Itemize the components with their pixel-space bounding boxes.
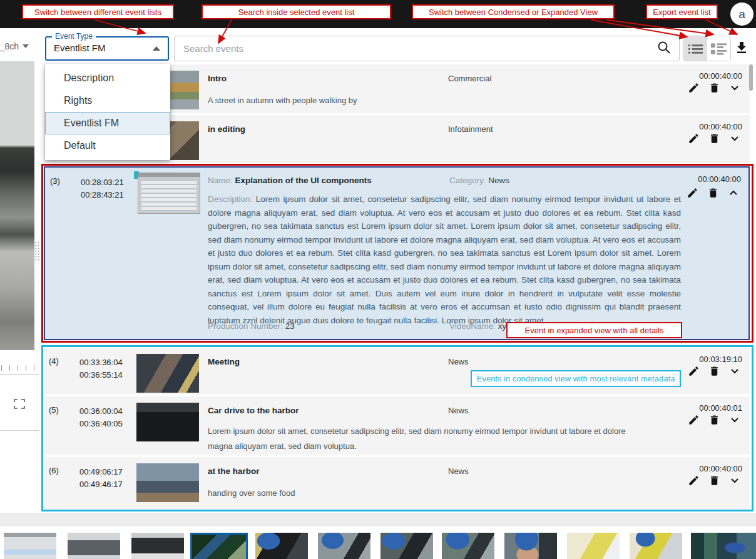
chevron-down-icon	[732, 479, 738, 482]
pencil-icon	[689, 415, 698, 424]
expand-button[interactable]	[728, 365, 741, 377]
edit-button[interactable]	[686, 186, 698, 199]
filmstrip-thumb-face-cap[interactable]	[504, 533, 557, 559]
expand-button[interactable]	[728, 474, 741, 486]
edit-button[interactable]	[687, 413, 700, 426]
expanded-view-button[interactable]	[707, 36, 730, 61]
event-row-car-drive[interactable]: (5) 00:36:00:04 00:36:40:05 Car drive to…	[44, 396, 750, 455]
event-category: Commercial	[448, 74, 491, 83]
view-toggle-group	[683, 36, 731, 61]
collapse-button[interactable]	[727, 186, 740, 199]
menu-item-description[interactable]: Description	[45, 67, 170, 89]
delete-button[interactable]	[708, 365, 720, 377]
video-name-label: VideoName:	[449, 321, 496, 331]
filmstrip-thumb-ui-skyline[interactable]	[68, 533, 120, 559]
trash-icon	[710, 83, 717, 92]
export-download-button[interactable]	[733, 39, 750, 58]
menu-item-default[interactable]: Default	[45, 134, 170, 157]
event-description: A street in autumn with people walking b…	[208, 96, 646, 105]
fullscreen-icon[interactable]	[14, 399, 25, 411]
filmstrip-thumb-cap-dark[interactable]	[255, 533, 308, 559]
event-name: Meeting	[208, 357, 240, 366]
timecode-out: 00:49:46:17	[79, 478, 141, 491]
event-description: Lorem ipsum dolor sit amet, consetetur s…	[208, 424, 640, 454]
filmstrip-thumb-blur-yellow-cap[interactable]	[630, 533, 682, 559]
edit-button[interactable]	[687, 132, 700, 144]
timecode-in: 00:28:03:21	[81, 176, 142, 189]
menu-item-eventlist-fm[interactable]: Eventlist FM	[45, 112, 170, 134]
filmstrip-thumb-cap-green[interactable]	[442, 533, 494, 559]
filmstrip-thumb-ui-window[interactable]	[4, 533, 56, 559]
menu-item-rights[interactable]: Rights	[45, 89, 170, 112]
condensed-view-button[interactable]	[684, 36, 707, 61]
event-thumbnail	[138, 173, 200, 214]
event-name: Car drive to the harbor	[208, 406, 299, 415]
event-index: (3)	[50, 176, 60, 186]
event-row-expanded-selected[interactable]: (3) 00:28:03:21 00:28:43:21 Name: Explan…	[44, 166, 750, 340]
event-name: Intro	[208, 74, 227, 83]
panel-drag-handle[interactable]	[34, 241, 40, 261]
timecode-in: 00:33:36:04	[79, 356, 141, 369]
expand-button[interactable]	[728, 413, 741, 426]
event-row-meeting[interactable]: (4) 00:33:36:04 00:36:55:14 Meeting News…	[44, 348, 750, 394]
timecode-out: 00:36:55:14	[79, 369, 141, 381]
filmstrip-thumb-factory-selected[interactable]	[190, 533, 248, 559]
trash-icon	[710, 476, 717, 485]
bottom-separator-band	[0, 513, 756, 526]
detail-view-icon	[711, 43, 727, 55]
filmstrip-thumb-ui-video[interactable]	[131, 533, 184, 559]
event-thumbnail	[136, 403, 199, 441]
event-index: (5)	[49, 405, 59, 415]
chevron-up-icon	[730, 191, 737, 194]
event-duration: 00:00:40:00	[698, 174, 741, 184]
event-name: in editing	[208, 124, 245, 134]
trash-icon	[710, 415, 717, 424]
filmstrip-thumb-blur-yellow[interactable]	[567, 533, 620, 559]
trash-icon	[709, 188, 716, 197]
pencil-icon	[689, 476, 698, 485]
event-timecodes: 00:36:00:04 00:36:40:05	[79, 405, 141, 430]
event-thumbnail	[136, 354, 199, 393]
scrollbar-thumb[interactable]	[749, 64, 753, 91]
pencil-icon	[689, 134, 698, 143]
expand-button[interactable]	[728, 132, 741, 144]
filmstrip-thumb-factory-monitors[interactable]	[691, 533, 756, 559]
edit-button[interactable]	[687, 474, 700, 486]
chevron-down-icon	[732, 86, 738, 89]
user-avatar[interactable]: a	[730, 3, 753, 26]
expand-button[interactable]	[728, 81, 741, 94]
event-type-dropdown-menu: Description Rights Eventlist FM Default	[45, 64, 170, 160]
delete-button[interactable]	[708, 81, 720, 94]
annotation-search-event-list: Search inside selected event list	[202, 4, 391, 19]
delete-button[interactable]	[707, 186, 719, 199]
annotation-text: Export event list	[653, 8, 711, 17]
event-description: handing over some food	[208, 488, 646, 498]
callout-expanded-view: Event in expanded view with all details	[506, 322, 682, 338]
callout-text: Event in expanded view with all details	[525, 326, 664, 335]
event-duration: 00:00:40:00	[699, 71, 742, 81]
delete-button[interactable]	[708, 474, 720, 486]
production-number-label: Production Number:	[208, 321, 283, 331]
delete-button[interactable]	[708, 132, 720, 144]
download-icon	[734, 39, 749, 56]
search-icon	[656, 40, 672, 58]
event-row-at-the-harbor[interactable]: (6) 00:49:06:17 00:49:46:17 at the harbo…	[44, 457, 750, 510]
event-description: Lorem ipsum dolor sit amet, consetetur s…	[208, 194, 681, 325]
edit-button[interactable]	[687, 365, 700, 377]
filmstrip-thumb-cap-gray[interactable]	[318, 533, 370, 559]
event-timecodes: 00:33:36:04 00:36:55:14	[79, 356, 141, 381]
search-input[interactable]	[182, 43, 656, 54]
event-name: Explanation of the UI components	[235, 176, 372, 185]
timecode-out: 00:28:43:21	[81, 189, 142, 201]
video-preview	[0, 61, 34, 350]
edit-button[interactable]	[687, 81, 700, 94]
trash-icon	[710, 366, 717, 375]
event-category: News	[448, 357, 469, 366]
event-duration: 00:00:40:01	[699, 403, 742, 413]
event-timecodes: 00:28:03:21 00:28:43:21	[81, 176, 142, 201]
delete-button[interactable]	[708, 413, 720, 426]
channel-selector[interactable]: 0_8ch	[0, 41, 33, 51]
search-field[interactable]	[174, 36, 680, 61]
event-type-select[interactable]: Event Type Eventlist FM	[45, 36, 169, 61]
filmstrip-thumb-cap-dark-2[interactable]	[381, 533, 433, 559]
